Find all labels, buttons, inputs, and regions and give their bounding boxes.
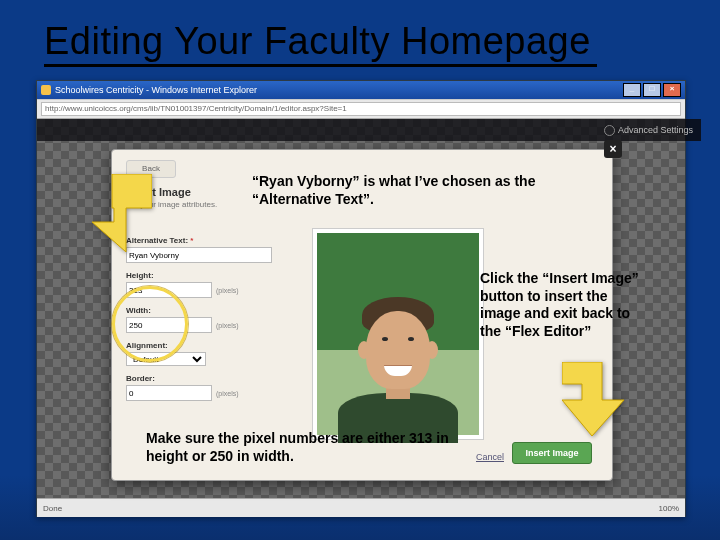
browser-status-bar: Done 100% <box>37 498 685 517</box>
slide-title: Editing Your Faculty Homepage <box>44 20 591 63</box>
minimize-button[interactable]: _ <box>623 83 641 97</box>
window-title: Schoolwires Centricity - Windows Interne… <box>55 85 257 95</box>
schoolwires-icon <box>41 85 51 95</box>
editor-header: Advanced Settings <box>37 119 701 141</box>
status-done: Done <box>43 504 62 513</box>
advanced-settings-link[interactable]: Advanced Settings <box>618 125 693 135</box>
highlight-ring <box>112 286 188 362</box>
svg-marker-0 <box>92 174 152 252</box>
browser-titlebar: Schoolwires Centricity - Windows Interne… <box>37 81 685 99</box>
gear-icon <box>604 125 615 136</box>
arrow-to-alt-text <box>52 174 152 264</box>
border-label: Border: <box>126 374 296 383</box>
callout-alt-text: “Ryan Vyborny” is what I’ve chosen as th… <box>252 173 542 208</box>
cancel-link[interactable]: Cancel <box>476 452 504 462</box>
border-input[interactable] <box>126 385 212 401</box>
callout-pixel-numbers: Make sure the pixel numbers are either 3… <box>146 430 456 465</box>
status-zoom: 100% <box>659 504 679 513</box>
height-label: Height: <box>126 271 296 280</box>
portrait-photo <box>317 233 479 435</box>
dialog-close-button[interactable]: × <box>604 140 622 158</box>
url-field[interactable]: http://www.unicoiccs.org/cms/lib/TN01001… <box>41 102 681 116</box>
arrow-to-insert-button <box>562 362 662 442</box>
maximize-button[interactable]: □ <box>643 83 661 97</box>
callout-insert-image: Click the “Insert Image” button to inser… <box>480 270 650 340</box>
close-window-button[interactable]: × <box>663 83 681 97</box>
pixels-hint: (pixels) <box>216 322 239 329</box>
svg-marker-1 <box>562 362 624 436</box>
pixels-hint: (pixels) <box>216 287 239 294</box>
address-bar: http://www.unicoiccs.org/cms/lib/TN01001… <box>37 99 685 119</box>
slide: Editing Your Faculty Homepage Schoolwire… <box>0 0 720 540</box>
image-preview <box>312 228 484 440</box>
pixels-hint: (pixels) <box>216 390 239 397</box>
insert-image-button[interactable]: Insert Image <box>512 442 592 464</box>
